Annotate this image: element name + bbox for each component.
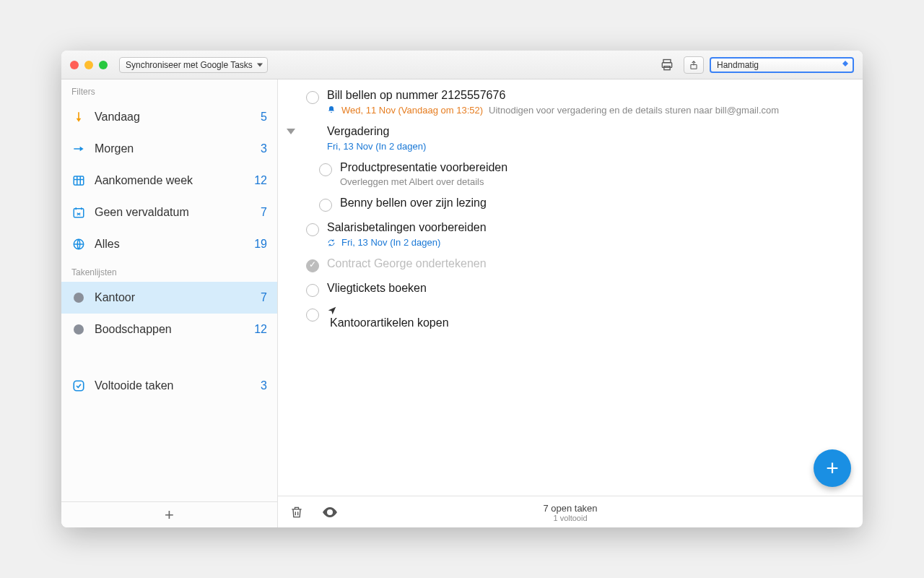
task-due: Wed, 11 Nov (Vandaag om 13:52) bbox=[341, 105, 483, 116]
task-note: Uitnodigen voor vergadering en de detail… bbox=[489, 105, 779, 116]
task-group-row[interactable]: Vergadering Fri, 13 Nov (In 2 dagen) bbox=[278, 120, 863, 156]
lists-header: Takenlijsten bbox=[61, 260, 277, 282]
task-title: Vergadering bbox=[327, 124, 851, 139]
task-checkbox[interactable] bbox=[319, 163, 332, 176]
task-title: Productpresentatie voorbereiden bbox=[340, 160, 851, 176]
close-icon[interactable] bbox=[70, 61, 79, 69]
completed-count: 3 bbox=[261, 379, 267, 392]
open-count: 7 open taken bbox=[543, 502, 597, 513]
list-dot-icon bbox=[74, 293, 84, 303]
task-title: Bill bellen op nummer 2125557676 bbox=[327, 88, 851, 103]
task-checkbox[interactable] bbox=[306, 284, 319, 297]
list-dot-icon bbox=[74, 324, 84, 335]
filter-label: Vandaag bbox=[95, 111, 140, 124]
task-title: Contract George ondertekenen bbox=[327, 256, 851, 272]
filter-label: Morgen bbox=[95, 142, 134, 155]
task-title: Vliegtickets boeken bbox=[327, 281, 851, 296]
plus-icon: + bbox=[826, 456, 839, 480]
arrow-down-icon bbox=[71, 110, 86, 124]
svg-rect-2 bbox=[664, 66, 670, 69]
mode-select-label: Handmatig bbox=[717, 60, 759, 70]
sync-dropdown-label: Synchroniseer met Google Tasks bbox=[126, 60, 253, 70]
list-count: 12 bbox=[254, 323, 267, 336]
completed-label: Voltooide taken bbox=[95, 379, 173, 392]
task-note: Overleggen met Albert over details bbox=[340, 176, 484, 187]
calendar-x-icon bbox=[71, 205, 86, 220]
add-list-button[interactable]: + bbox=[61, 501, 277, 527]
filter-count: 3 bbox=[261, 142, 267, 155]
main-footer: 7 open taken 1 voltooid bbox=[278, 496, 863, 527]
done-count: 1 voltooid bbox=[543, 513, 597, 522]
list-kantoor[interactable]: Kantoor 7 bbox=[61, 282, 277, 314]
task-title: Kantoorartikelen kopen bbox=[327, 306, 851, 331]
filter-count: 19 bbox=[254, 238, 267, 251]
task-checkbox[interactable] bbox=[319, 199, 332, 212]
task-checkbox[interactable] bbox=[306, 309, 319, 322]
chevron-down-icon[interactable] bbox=[287, 129, 295, 134]
task-checkbox[interactable] bbox=[306, 259, 319, 272]
list-count: 7 bbox=[261, 291, 267, 304]
filter-upcoming-week[interactable]: Aankomende week 12 bbox=[61, 165, 277, 197]
task-row[interactable]: Vliegtickets boeken bbox=[278, 277, 863, 301]
location-arrow-icon bbox=[327, 306, 851, 316]
list-label: Kantoor bbox=[95, 291, 135, 304]
svg-rect-7 bbox=[74, 381, 84, 391]
trash-icon[interactable] bbox=[289, 505, 304, 519]
zoom-icon[interactable] bbox=[99, 61, 108, 69]
task-row[interactable]: Salarisbetalingen voorbereiden Fri, 13 N… bbox=[278, 216, 863, 252]
add-task-fab[interactable]: + bbox=[814, 449, 851, 487]
print-icon[interactable] bbox=[656, 58, 678, 72]
eye-icon[interactable] bbox=[321, 504, 339, 521]
task-list: Bill bellen op nummer 2125557676 Wed, 11… bbox=[278, 79, 863, 496]
window-controls bbox=[70, 61, 108, 69]
task-row[interactable]: Kantoorartikelen kopen bbox=[278, 301, 863, 335]
title-bar: Synchroniseer met Google Tasks Handmatig bbox=[61, 51, 863, 79]
svg-point-8 bbox=[328, 511, 331, 514]
bell-icon bbox=[327, 105, 336, 114]
footer-status: 7 open taken 1 voltooid bbox=[543, 502, 597, 522]
subtask-row[interactable]: Productpresentatie voorbereiden Overlegg… bbox=[278, 156, 863, 192]
list-label: Boodschappen bbox=[95, 323, 172, 336]
minimize-icon[interactable] bbox=[84, 61, 93, 69]
filter-tomorrow[interactable]: Morgen 3 bbox=[61, 133, 277, 165]
filters-header: Filters bbox=[61, 79, 277, 101]
globe-icon bbox=[71, 237, 86, 251]
check-square-icon bbox=[71, 379, 86, 393]
filter-count: 7 bbox=[261, 206, 267, 219]
task-row[interactable]: Contract George ondertekenen bbox=[278, 252, 863, 277]
app-window: Synchroniseer met Google Tasks Handmatig… bbox=[61, 51, 863, 527]
task-row[interactable]: Bill bellen op nummer 2125557676 Wed, 11… bbox=[278, 84, 863, 120]
completed-tasks[interactable]: Voltooide taken 3 bbox=[61, 370, 277, 402]
task-due: Fri, 13 Nov (In 2 dagen) bbox=[341, 237, 440, 248]
filter-today[interactable]: Vandaag 5 bbox=[61, 101, 277, 133]
task-title: Salarisbetalingen voorbereiden bbox=[327, 220, 851, 236]
svg-rect-5 bbox=[74, 209, 84, 217]
share-button[interactable] bbox=[684, 56, 704, 74]
main-pane: Bill bellen op nummer 2125557676 Wed, 11… bbox=[278, 79, 863, 527]
plus-icon: + bbox=[165, 506, 174, 525]
filter-label: Alles bbox=[95, 238, 120, 251]
mode-select[interactable]: Handmatig bbox=[710, 57, 854, 73]
task-due: Fri, 13 Nov (In 2 dagen) bbox=[327, 141, 426, 152]
filter-label: Aankomende week bbox=[95, 174, 193, 187]
svg-rect-4 bbox=[74, 176, 84, 185]
sidebar: Filters Vandaag 5 Morgen 3 Aankomende bbox=[61, 79, 278, 527]
repeat-icon bbox=[327, 238, 336, 247]
filter-all[interactable]: Alles 19 bbox=[61, 228, 277, 260]
filter-count: 12 bbox=[254, 174, 267, 187]
filter-count: 5 bbox=[261, 111, 267, 124]
task-checkbox[interactable] bbox=[306, 223, 319, 236]
task-checkbox[interactable] bbox=[306, 91, 319, 104]
filter-label: Geen vervaldatum bbox=[95, 206, 189, 219]
list-boodschappen[interactable]: Boodschappen 12 bbox=[61, 314, 277, 345]
arrow-right-icon bbox=[71, 142, 86, 156]
grid-icon bbox=[71, 173, 86, 188]
subtask-row[interactable]: Benny bellen over zijn lezing bbox=[278, 191, 863, 216]
sync-dropdown[interactable]: Synchroniseer met Google Tasks bbox=[119, 57, 268, 73]
filter-no-due-date[interactable]: Geen vervaldatum 7 bbox=[61, 197, 277, 228]
task-title: Benny bellen over zijn lezing bbox=[340, 196, 851, 211]
